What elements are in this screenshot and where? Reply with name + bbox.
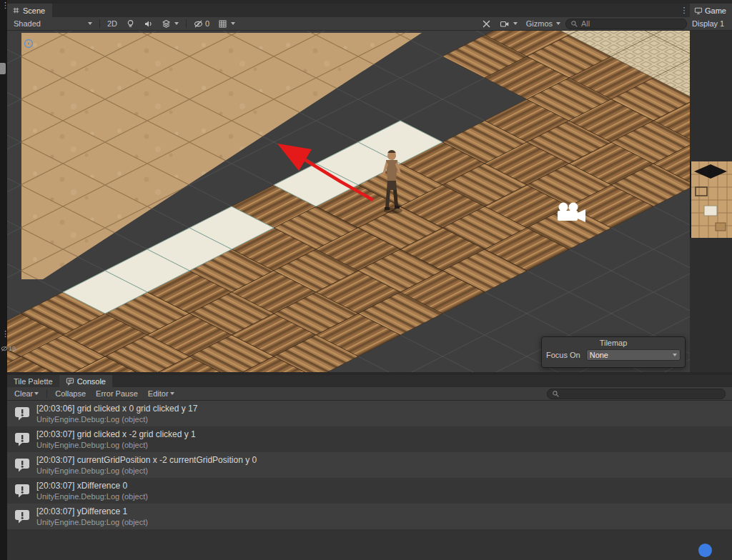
collapse-button[interactable]: Collapse [51,389,90,399]
eye-slash-icon [1,345,8,352]
log-entry[interactable]: [20:03:06] grid clicked x 0 grid clicked… [7,401,732,426]
toggle-2d-label: 2D [107,19,117,28]
log-message: [20:03:07] currentGridPosition x -2 curr… [36,454,257,466]
log-source: UnityEngine.Debug:Log (object) [36,414,197,424]
console-tabbar: Tile Palette Console [7,375,732,387]
console-icon [66,377,74,386]
error-pause-label: Error Pause [96,389,138,398]
display-label: Display 1 [692,19,724,28]
game-panel-body [690,31,732,372]
search-icon [570,20,578,28]
hidden-objects-count: 0 [205,19,209,28]
log-message: [20:03:06] grid clicked x 0 grid clicked… [36,403,197,414]
scene-search-input[interactable]: All [565,19,687,29]
toggle-2d-button[interactable]: 2D [104,19,121,29]
collapsed-panel-notch[interactable] [0,63,6,74]
log-message-icon [14,457,30,473]
log-entry[interactable]: [20:03:07] xDifference 0 UnityEngine.Deb… [7,478,732,504]
camera-icon [500,19,510,29]
tab-game-label: Game [705,6,726,15]
log-source: UnityEngine.Debug:Log (object) [36,466,257,476]
console-toolbar: Clear Collapse Error Pause Editor [7,387,732,401]
shading-mode-label: Shaded [14,19,41,28]
chevron-down-icon [231,22,235,25]
log-source: UnityEngine.Debug:Log (object) [36,440,196,450]
log-entry[interactable]: [20:03:07] currentGridPosition x -2 curr… [7,452,732,478]
log-entry[interactable]: [20:03:07] grid clicked x -2 grid clicke… [7,426,732,452]
focus-on-value: None [590,351,608,359]
component-tools-button[interactable] [478,19,495,29]
log-message: [20:03:07] yDifference 1 [36,506,148,517]
clear-button[interactable]: Clear [10,389,43,399]
tab-game[interactable]: Game [690,4,732,17]
speaker-icon [144,19,153,29]
grid-settings-dropdown[interactable] [214,19,239,29]
tilemap-overlay-title: Tilemap [542,337,685,347]
eye-slash-icon [194,19,203,29]
scene-lighting-button[interactable] [122,19,139,29]
chevron-down-icon [34,392,39,395]
error-pause-button[interactable]: Error Pause [92,389,142,399]
grid-icon [218,19,227,29]
hidden-objects-button[interactable]: 0 [190,19,213,29]
focus-on-label: Focus On [546,351,580,359]
clear-label: Clear [14,389,33,398]
collapse-label: Collapse [55,389,86,398]
scene-panel: Scene ⋮ Shaded 2D [7,4,690,372]
log-source: UnityEngine.Debug:Log (object) [36,491,148,501]
tab-console[interactable]: Console [59,375,112,387]
log-message-icon [14,509,30,524]
console-log-list: [20:03:06] grid clicked x 0 grid clicked… [7,401,732,560]
editor-dropdown[interactable]: Editor [144,389,179,399]
focus-on-dropdown[interactable]: None [586,349,681,361]
log-message-icon [14,431,30,447]
log-message-icon [14,483,30,499]
scene-search-filter: All [581,19,590,28]
lightbulb-icon [126,19,135,29]
gizmos-dropdown[interactable]: Gizmos [523,19,564,29]
tools-icon [482,19,491,29]
shading-mode-dropdown[interactable]: Shaded [10,19,96,29]
scene-tabbar: Scene ⋮ [7,4,690,17]
game-icon [694,6,703,15]
effects-icon [162,19,171,29]
tab-tile-palette-label: Tile Palette [14,377,53,386]
log-source: UnityEngine.Debug:Log (object) [36,517,148,527]
chevron-down-icon [673,354,677,356]
console-search-input[interactable] [547,389,726,399]
chevron-down-icon [88,22,92,25]
log-message-icon [14,406,30,421]
scene-camera-dropdown[interactable] [496,19,521,29]
console-panel: Tile Palette Console Clear Collapse Erro… [7,375,732,560]
tab-console-label: Console [77,377,106,386]
scene-audio-button[interactable] [140,19,157,29]
scene-toolbar: Shaded 2D 0 [7,17,690,31]
left-dock-strip: ⋮ ⋮ [0,0,7,560]
notification-dot[interactable] [698,544,712,557]
scene-icon [12,6,20,14]
scene-canvas[interactable] [7,31,690,372]
log-entry[interactable]: [20:03:07] yDifference 1 UnityEngine.Deb… [7,504,732,529]
hidden-count-badge: 19 [1,345,16,352]
chevron-down-icon [556,22,560,25]
tab-scene-label: Scene [23,6,45,15]
gizmos-label: Gizmos [526,19,553,28]
scene-effects-dropdown[interactable] [158,19,182,29]
scene-panel-menu-icon[interactable]: ⋮ [678,4,690,17]
chevron-down-icon [174,22,179,25]
tilemap-overlay-panel: Tilemap Focus On None [541,336,686,368]
chevron-down-icon [513,22,518,25]
tab-tile-palette[interactable]: Tile Palette [7,375,59,387]
hidden-count-label: 19 [9,345,16,352]
search-icon [552,390,560,398]
log-message: [20:03:07] xDifference 0 [36,480,148,491]
log-message: [20:03:07] grid clicked x -2 grid clicke… [36,429,196,440]
chevron-down-icon [170,392,174,395]
game-panel-strip: Game Display 1 [690,4,732,372]
editor-label: Editor [148,389,169,398]
tab-scene[interactable]: Scene [7,4,52,17]
display-selector[interactable]: Display 1 [690,17,732,31]
tile-palette-preview[interactable] [690,161,732,238]
scene-viewport[interactable]: Tilemap Focus On None [7,31,690,372]
